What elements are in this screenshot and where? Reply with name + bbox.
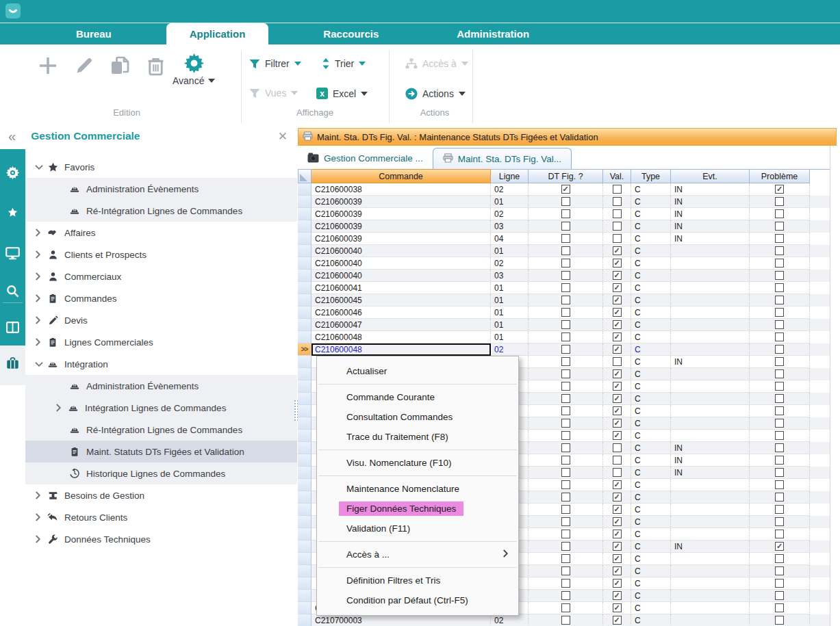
delete-trash-button[interactable] [147,56,165,76]
cell-dt_fig[interactable] [529,282,603,294]
row-gutter[interactable] [298,565,311,577]
cell-probleme[interactable] [750,294,810,307]
checkbox-checked[interactable]: ✓ [613,296,622,304]
cell-type[interactable]: C [631,553,671,565]
table-row[interactable]: >>C21060004802✓C [298,343,830,356]
cell-val[interactable]: ✓ [603,307,631,319]
cell-evt[interactable] [671,590,750,602]
app-logo-icon[interactable] [5,3,21,18]
add-button[interactable] [38,55,58,76]
row-gutter[interactable] [298,405,311,417]
cell-dt_fig[interactable] [529,307,603,319]
table-row[interactable]: C21060004601✓C [298,307,830,319]
cell-evt[interactable]: IN [671,540,750,553]
checkbox-checked[interactable]: ✓ [613,603,622,612]
cell-val[interactable]: ✓ [603,343,631,356]
cell-probleme[interactable] [750,282,810,294]
menu-tab-bureau[interactable]: Bureau [53,23,135,44]
row-gutter[interactable] [298,294,311,307]
checkbox-checked[interactable]: ✓ [613,246,622,255]
current-row-marker[interactable]: >> [298,343,311,356]
tree-item-besoins-de-gestion[interactable]: Besoins de Gestion [25,484,297,506]
tree-item-donn-es-techniques[interactable]: Données Techniques [25,528,297,550]
cell-val[interactable]: ✓ [603,319,631,331]
checkbox-unchecked[interactable] [561,493,570,501]
cell-dt_fig[interactable] [529,368,603,380]
cell-val[interactable]: ✓ [603,479,631,491]
checkbox-unchecked[interactable] [561,259,570,268]
cell-evt[interactable]: IN [671,233,750,245]
cell-dt_fig[interactable] [529,196,603,208]
cell-val[interactable]: ✓ [603,602,631,614]
row-gutter[interactable] [298,602,311,614]
cell-probleme[interactable] [750,467,810,479]
checkbox-checked[interactable]: ✓ [613,271,622,280]
checkbox-checked[interactable]: ✓ [613,406,622,415]
checkbox-unchecked[interactable] [613,197,622,206]
checkbox-unchecked[interactable] [775,394,784,403]
cell-probleme[interactable] [750,368,810,380]
cell-val[interactable]: ✓ [603,368,631,380]
cell-evt[interactable] [671,565,750,577]
tree-item-int-gration[interactable]: Intégration [25,353,297,375]
document-tab-active[interactable]: Maint. Sta. DTs Fig. Val... [433,148,572,169]
cell-probleme[interactable] [750,504,810,516]
checkbox-unchecked[interactable] [561,419,570,428]
cell-val[interactable] [603,233,631,245]
cell-type[interactable]: C [631,183,671,196]
cell-ligne[interactable]: 01 [491,307,529,319]
row-gutter[interactable] [298,208,311,220]
close-panel-icon[interactable]: ✕ [278,129,288,144]
excel-export-button[interactable]: x Excel [316,88,368,99]
cell-evt[interactable]: IN [671,196,750,208]
cell-evt[interactable] [671,307,750,319]
cell-type[interactable]: C [631,282,671,294]
checkbox-checked[interactable]: ✓ [613,493,622,501]
checkbox-unchecked[interactable] [775,591,784,600]
cell-evt[interactable] [671,270,750,282]
cell-probleme[interactable] [750,491,810,504]
cell-type[interactable]: C [631,220,671,233]
cell-val[interactable]: ✓ [603,393,631,405]
cell-probleme[interactable] [750,442,810,454]
cell-dt_fig[interactable] [529,528,603,540]
cell-ligne[interactable]: 02 [491,183,529,196]
checkbox-checked[interactable]: ✓ [775,185,784,194]
tree-item-administration-v-nements[interactable]: Administration Évènements [25,178,297,200]
cell-type[interactable]: C [631,380,671,393]
cell-evt[interactable] [671,516,750,528]
chevron-right-icon[interactable] [35,272,47,281]
cell-dt_fig[interactable] [529,245,603,257]
row-gutter[interactable] [298,516,311,528]
column-header-val[interactable]: Val. [603,169,631,183]
cell-dt_fig[interactable] [529,516,603,528]
cell-val[interactable]: ✓ [603,516,631,528]
cell-type[interactable]: C [631,528,671,540]
copy-button[interactable] [110,55,130,76]
cell-probleme[interactable] [750,553,810,565]
checkbox-unchecked[interactable] [561,517,570,526]
cell-val[interactable]: ✓ [603,405,631,417]
cell-commande[interactable]: C210600038 [311,183,491,196]
cell-type[interactable]: C [631,196,671,208]
cell-probleme[interactable] [750,307,810,319]
chevron-right-icon[interactable] [55,404,68,412]
cell-dt_fig[interactable] [529,417,603,430]
sort-button[interactable]: Trier [322,58,366,69]
row-gutter[interactable] [298,590,311,602]
cell-ligne[interactable]: 02 [491,614,529,626]
cell-val[interactable] [603,220,631,233]
rail-wheel-icon[interactable] [0,166,25,180]
cell-val[interactable]: ✓ [603,614,631,626]
cell-commande[interactable]: C210600041 [311,282,491,294]
menu-item-acc-s[interactable]: Accès à ... [317,545,518,564]
cell-probleme[interactable] [750,577,810,590]
checkbox-checked[interactable]: ✓ [613,616,622,625]
cell-type[interactable]: C [631,307,671,319]
cell-dt_fig[interactable] [529,331,603,343]
row-gutter[interactable] [298,454,311,467]
cell-val[interactable] [603,183,631,196]
cell-probleme[interactable] [750,590,810,602]
table-row[interactable]: C21060004001✓C [298,245,830,257]
checkbox-unchecked[interactable] [613,456,622,465]
